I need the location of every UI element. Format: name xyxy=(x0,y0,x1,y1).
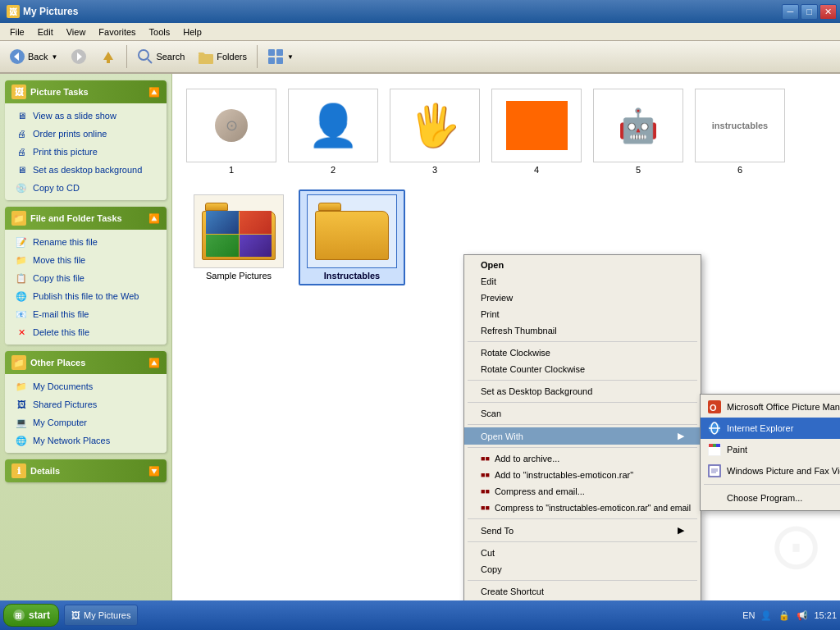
search-button[interactable]: Search xyxy=(131,43,190,70)
other-places-header[interactable]: 📁 Other Places 🔼 xyxy=(5,351,167,374)
sidebar-item-copy-file[interactable]: 📋 Copy this file xyxy=(5,269,167,287)
views-button[interactable]: ▼ xyxy=(262,43,299,70)
menu-tools[interactable]: Tools xyxy=(143,25,177,39)
svg-text:⊞: ⊞ xyxy=(15,611,21,620)
ctx-open[interactable]: Open xyxy=(464,257,701,273)
start-button[interactable]: ⊞ start xyxy=(3,604,59,627)
submenu-item-fax-viewer[interactable]: Windows Picture and Fax Viewer xyxy=(701,460,840,482)
watermark: ⊙ xyxy=(769,508,824,584)
other-places-collapse-icon: 🔼 xyxy=(148,358,160,368)
details-header[interactable]: ℹ Details 🔽 xyxy=(5,459,167,482)
ctx-copy[interactable]: Copy xyxy=(464,561,701,578)
svg-rect-22 xyxy=(713,444,716,447)
ctx-send-to-label: Send To xyxy=(481,526,514,536)
sidebar-item-network-places[interactable]: 🌐 My Network Places xyxy=(5,431,167,450)
folder-item-sample[interactable]: Sample Pictures xyxy=(185,189,292,285)
ctx-scan[interactable]: Scan xyxy=(464,405,701,422)
ctx-compress-email[interactable]: ■■Compress and email... xyxy=(464,483,701,500)
tray-icon-3[interactable]: 📢 xyxy=(796,609,809,622)
back-button[interactable]: Back ▼ xyxy=(3,43,63,70)
minimize-button[interactable]: ─ xyxy=(782,4,799,20)
picture-tasks-header[interactable]: 🖼 Picture Tasks 🔼 xyxy=(5,80,167,103)
fax-viewer-icon xyxy=(707,463,722,478)
ctx-open-with[interactable]: Open With ▶ xyxy=(464,427,701,445)
submenu-item-office[interactable]: O Microsoft Office Picture Manager xyxy=(701,396,840,418)
sidebar-item-email[interactable]: 📧 E-mail this file xyxy=(5,305,167,323)
sidebar-item-copy-cd[interactable]: 💿 Copy to CD xyxy=(5,179,167,197)
folders-button[interactable]: Folders xyxy=(192,43,253,70)
submenu-item-paint[interactable]: Paint xyxy=(701,439,840,460)
sidebar-item-slideshow[interactable]: 🖥 View as a slide show xyxy=(5,107,167,125)
thumb-item-5[interactable]: 🤖 5 xyxy=(589,84,687,180)
sidebar-item-desktop-bg[interactable]: 🖥 Set as desktop background xyxy=(5,161,167,179)
taskbar-window-my-pictures[interactable]: 🖼 My Pictures xyxy=(64,605,138,626)
submenu-sep xyxy=(704,484,840,485)
tray-icon-2[interactable]: 🔒 xyxy=(778,609,791,622)
close-button[interactable]: ✕ xyxy=(819,4,837,20)
menu-view[interactable]: View xyxy=(60,25,93,39)
my-computer-label: My Computer xyxy=(33,418,87,427)
thumb-label-6: 6 xyxy=(737,165,742,175)
menu-favorites[interactable]: Favorites xyxy=(92,25,142,39)
sidebar-item-move[interactable]: 📁 Move this file xyxy=(5,251,167,269)
views-icon xyxy=(267,48,284,65)
ctx-send-to[interactable]: Send To ▶ xyxy=(464,522,701,539)
other-places-title: Other Places xyxy=(30,358,85,368)
menu-bar: File Edit View Favorites Tools Help xyxy=(0,23,840,41)
ctx-preview[interactable]: Preview xyxy=(464,290,701,306)
ctx-compress-rar-email[interactable]: ■■Compress to "instructables-emoticon.ra… xyxy=(464,500,701,516)
folder-item-instructables[interactable]: Instructables xyxy=(299,189,405,285)
submenu-ie-label: Internet Explorer xyxy=(727,423,793,433)
ctx-cut[interactable]: Cut xyxy=(464,545,701,561)
ctx-rotate-cw[interactable]: Rotate Clockwise xyxy=(464,345,701,361)
sidebar-item-order-prints[interactable]: 🖨 Order prints online xyxy=(5,125,167,143)
submenu-choose-label: Choose Program... xyxy=(727,493,802,503)
thumb-label-2: 2 xyxy=(331,165,336,175)
content-area: ⊙ 1 👤 2 🖐 3 xyxy=(172,74,840,600)
ctx-add-archive[interactable]: ■■Add to archive... xyxy=(464,450,701,467)
menu-file[interactable]: File xyxy=(3,25,31,39)
menu-edit[interactable]: Edit xyxy=(31,25,60,39)
ctx-create-shortcut[interactable]: Create Shortcut xyxy=(464,583,701,600)
submenu-item-ie[interactable]: Internet Explorer xyxy=(701,418,840,439)
thumb-item-6[interactable]: instructables 6 xyxy=(691,84,789,180)
ctx-set-desktop[interactable]: Set as Desktop Background xyxy=(464,383,701,399)
ctx-add-rar[interactable]: ■■Add to "instructables-emoticon.rar" xyxy=(464,467,701,483)
toolbar-separator-2 xyxy=(257,45,258,68)
svg-rect-12 xyxy=(276,49,283,56)
maximize-button[interactable]: □ xyxy=(801,4,818,20)
ctx-rotate-ccw[interactable]: Rotate Counter Clockwise xyxy=(464,361,701,377)
ctx-edit[interactable]: Edit xyxy=(464,273,701,290)
sidebar-item-print[interactable]: 🖨 Print this picture xyxy=(5,143,167,161)
submenu-item-choose[interactable]: Choose Program... xyxy=(701,487,840,509)
sidebar-item-shared-pictures[interactable]: 🖼 Shared Pictures xyxy=(5,395,167,413)
picture-tasks-collapse-icon: 🔼 xyxy=(148,87,160,98)
thumb-item-3[interactable]: 🖐 3 xyxy=(386,84,484,180)
file-folder-tasks-header[interactable]: 📁 File and Folder Tasks 🔼 xyxy=(5,207,167,230)
ctx-print[interactable]: Print xyxy=(464,306,701,322)
thumb-item-2[interactable]: 👤 2 xyxy=(284,84,382,180)
office-icon: O xyxy=(707,399,722,414)
order-prints-icon: 🖨 xyxy=(15,127,28,140)
tray-icon-1[interactable]: 👤 xyxy=(760,609,773,622)
choose-icon xyxy=(707,491,722,505)
paint-icon xyxy=(707,442,722,457)
ctx-refresh-thumbnail[interactable]: Refresh Thumbnail xyxy=(464,322,701,339)
thumb-item-4[interactable]: 4 xyxy=(487,84,586,180)
up-button[interactable] xyxy=(94,43,122,70)
thumb-item-1[interactable]: ⊙ 1 xyxy=(182,84,281,180)
network-places-icon: 🌐 xyxy=(15,434,28,447)
sidebar-item-delete[interactable]: ✕ Delete this file xyxy=(5,323,167,341)
folder-label-sample: Sample Pictures xyxy=(206,271,272,281)
back-arrow: ▼ xyxy=(51,53,57,61)
sidebar-item-my-documents[interactable]: 📁 My Documents xyxy=(5,377,167,395)
main-layout: 🖼 Picture Tasks 🔼 🖥 View as a slide show… xyxy=(0,74,840,600)
folders-icon xyxy=(198,48,214,65)
forward-button[interactable] xyxy=(65,43,93,70)
sidebar-item-publish[interactable]: 🌐 Publish this file to the Web xyxy=(5,287,167,305)
ctx-sep-4 xyxy=(468,424,697,425)
menu-help[interactable]: Help xyxy=(176,25,208,39)
sidebar-item-rename[interactable]: 📝 Rename this file xyxy=(5,233,167,251)
folders-label: Folders xyxy=(217,52,247,62)
sidebar-item-my-computer[interactable]: 💻 My Computer xyxy=(5,413,167,431)
